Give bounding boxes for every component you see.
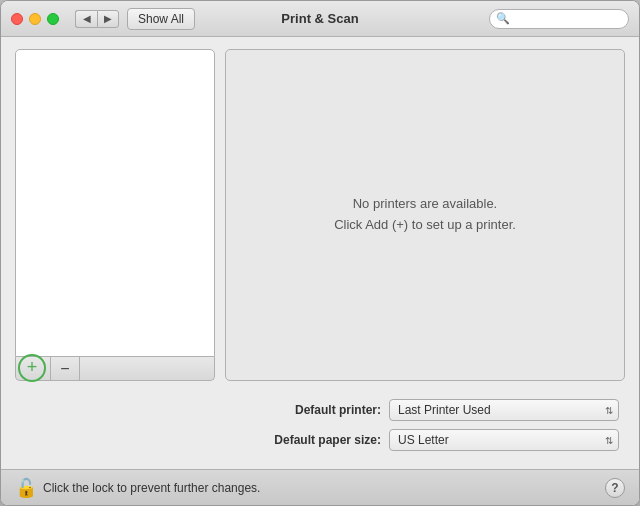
- maximize-button[interactable]: [47, 13, 59, 25]
- remove-printer-button[interactable]: −: [51, 357, 80, 381]
- lock-icon: 🔓: [15, 477, 37, 499]
- no-printer-message: No printers are available. Click Add (+)…: [334, 194, 516, 236]
- no-printer-line2: Click Add (+) to set up a printer.: [334, 215, 516, 236]
- window-title: Print & Scan: [281, 11, 358, 26]
- printer-list[interactable]: [15, 49, 215, 357]
- remove-printer-wrapper: −: [50, 357, 80, 380]
- printer-detail-panel: No printers are available. Click Add (+)…: [225, 49, 625, 381]
- forward-button[interactable]: ▶: [97, 10, 119, 28]
- printer-list-panel: + −: [15, 49, 215, 381]
- default-paper-select[interactable]: US Letter A4 Legal: [389, 429, 619, 451]
- default-printer-row: Default printer: Last Printer Used None: [21, 399, 619, 421]
- default-printer-select-wrapper: Last Printer Used None: [389, 399, 619, 421]
- main-content: + − No printers are available. Click Add…: [1, 37, 639, 391]
- add-printer-button[interactable]: +: [18, 354, 46, 382]
- default-paper-select-wrapper: US Letter A4 Legal: [389, 429, 619, 451]
- main-window: ◀ ▶ Show All Print & Scan 🔍 + −: [0, 0, 640, 506]
- add-printer-wrapper: +: [16, 357, 50, 380]
- default-paper-row: Default paper size: US Letter A4 Legal: [21, 429, 619, 451]
- search-input[interactable]: [489, 9, 629, 29]
- close-button[interactable]: [11, 13, 23, 25]
- default-printer-label: Default printer:: [295, 403, 381, 417]
- titlebar-controls: ◀ ▶ Show All: [75, 8, 195, 30]
- lock-control[interactable]: 🔓 Click the lock to prevent further chan…: [15, 477, 260, 499]
- no-printer-line1: No printers are available.: [334, 194, 516, 215]
- minimize-button[interactable]: [29, 13, 41, 25]
- traffic-lights: [11, 13, 59, 25]
- titlebar: ◀ ▶ Show All Print & Scan 🔍: [1, 1, 639, 37]
- settings-area: Default printer: Last Printer Used None …: [1, 391, 639, 469]
- footer-bar: 🔓 Click the lock to prevent further chan…: [1, 469, 639, 505]
- default-printer-select[interactable]: Last Printer Used None: [389, 399, 619, 421]
- nav-button-group: ◀ ▶: [75, 10, 119, 28]
- help-button[interactable]: ?: [605, 478, 625, 498]
- printer-list-footer: + −: [15, 357, 215, 381]
- search-wrapper: 🔍: [489, 9, 629, 29]
- show-all-button[interactable]: Show All: [127, 8, 195, 30]
- back-button[interactable]: ◀: [75, 10, 97, 28]
- lock-text: Click the lock to prevent further change…: [43, 481, 260, 495]
- default-paper-label: Default paper size:: [274, 433, 381, 447]
